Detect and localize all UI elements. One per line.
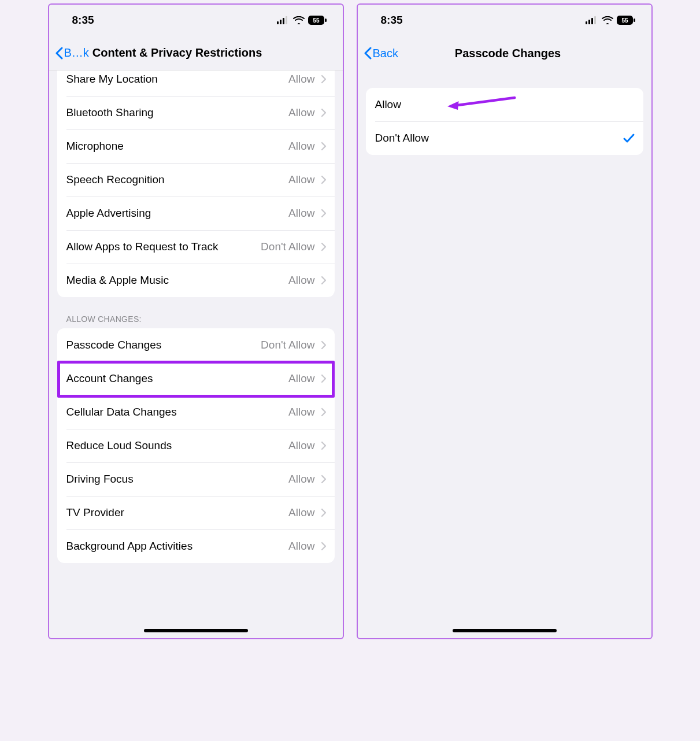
chevron-right-icon [321,374,327,383]
back-button[interactable]: B…k [55,46,89,60]
row-microphone[interactable]: Microphone Allow [57,129,335,163]
row-label: Apple Advertising [66,207,151,220]
svg-rect-12 [634,18,635,22]
row-reduce-loud-sounds[interactable]: Reduce Loud Sounds Allow [57,429,335,462]
row-value: Allow [288,274,314,287]
back-label: Back [373,47,398,60]
svg-rect-5 [325,18,327,22]
row-value: Allow [288,439,314,452]
row-speech-recognition[interactable]: Speech Recognition Allow [57,163,335,197]
status-time: 8:35 [381,14,403,27]
row-value: Allow [288,473,314,486]
chevron-right-icon [321,542,327,551]
row-tv-provider[interactable]: TV Provider Allow [57,496,335,529]
chevron-right-icon [321,441,327,450]
chevron-right-icon [321,175,327,184]
row-account-changes[interactable]: Account Changes Allow [57,362,335,395]
status-icons: 55 [277,16,327,25]
row-label: Reduce Loud Sounds [66,439,172,452]
row-apple-advertising[interactable]: Apple Advertising Allow [57,197,335,230]
row-value: Allow [288,73,314,86]
checkmark-icon [623,132,635,144]
chevron-right-icon [321,340,327,350]
svg-rect-8 [588,20,590,24]
row-background-app-activities[interactable]: Background App Activities Allow [57,529,335,563]
row-bluetooth-sharing[interactable]: Bluetooth Sharing Allow [57,96,335,129]
row-label: Cellular Data Changes [66,406,177,418]
option-label: Don't Allow [375,132,429,145]
battery-icon: 55 [617,16,635,25]
home-indicator[interactable] [144,629,248,632]
row-value: Allow [288,140,314,153]
option-label: Allow [375,98,401,111]
wifi-icon [602,16,613,24]
chevron-right-icon [321,407,327,417]
svg-rect-7 [586,21,587,24]
row-label: Account Changes [66,372,153,385]
option-allow[interactable]: Allow [366,88,643,121]
section-header-allow-changes: Allow Changes: [66,314,343,324]
chevron-right-icon [321,475,327,484]
options-group: Allow Don't Allow [366,88,643,155]
settings-group-privacy: Share My Location Allow Bluetooth Sharin… [57,71,335,297]
row-driving-focus[interactable]: Driving Focus Allow [57,462,335,496]
chevron-right-icon [321,142,327,151]
page-title: Passcode Changes [455,47,561,60]
status-bar: 8:35 55 [358,5,651,36]
row-value: Don't Allow [261,240,314,253]
row-label: Microphone [66,140,124,153]
row-value: Allow [288,506,314,519]
row-value: Allow [288,372,314,385]
home-indicator[interactable] [453,629,557,632]
row-value: Allow [288,106,314,119]
row-label: Background App Activities [66,540,193,553]
chevron-right-icon [321,276,327,285]
row-value: Allow [288,207,314,220]
row-share-my-location[interactable]: Share My Location Allow [57,71,335,96]
page-title: Content & Privacy Restrictions [92,46,262,60]
row-label: Passcode Changes [66,339,162,351]
row-label: Speech Recognition [66,173,165,186]
svg-rect-2 [283,18,284,24]
row-media-apple-music[interactable]: Media & Apple Music Allow [57,264,335,297]
row-label: Media & Apple Music [66,274,169,287]
svg-rect-0 [277,21,279,24]
chevron-right-icon [321,508,327,517]
back-button[interactable]: Back [364,47,398,60]
chevron-right-icon [321,242,327,251]
svg-rect-10 [594,16,596,24]
battery-icon: 55 [308,16,327,25]
svg-rect-9 [591,18,593,24]
row-label: Bluetooth Sharing [66,106,154,119]
row-value: Don't Allow [261,339,314,351]
chevron-right-icon [321,209,327,218]
row-value: Allow [288,406,314,418]
chevron-right-icon [321,108,327,117]
row-value: Allow [288,173,314,186]
row-passcode-changes[interactable]: Passcode Changes Don't Allow [57,328,335,362]
row-label: Driving Focus [66,473,134,486]
row-cellular-data-changes[interactable]: Cellular Data Changes Allow [57,395,335,429]
navbar: B…k Content & Privacy Restrictions [49,36,343,71]
status-bar: 8:35 55 [49,5,343,36]
svg-text:55: 55 [621,17,628,24]
wifi-icon [293,16,305,24]
row-label: TV Provider [66,506,124,519]
screen-content-privacy: 8:35 55 B…k Content & Privacy Restrictio… [48,3,344,639]
back-label: B…k [64,46,89,60]
row-allow-apps-to-track[interactable]: Allow Apps to Request to Track Don't All… [57,230,335,264]
chevron-left-icon [55,47,63,60]
svg-rect-1 [280,20,282,24]
screen-passcode-changes: 8:35 55 Back Passcode Changes Allow Don'… [357,3,653,639]
svg-text:55: 55 [313,17,320,24]
chevron-left-icon [364,47,372,60]
svg-rect-3 [286,16,287,24]
row-label: Allow Apps to Request to Track [66,240,218,253]
status-time: 8:35 [72,14,94,27]
row-label: Share My Location [66,73,158,86]
status-icons: 55 [586,16,635,25]
option-dont-allow[interactable]: Don't Allow [366,121,643,155]
chevron-right-icon [321,75,327,84]
row-value: Allow [288,540,314,553]
signal-icon [277,16,290,24]
